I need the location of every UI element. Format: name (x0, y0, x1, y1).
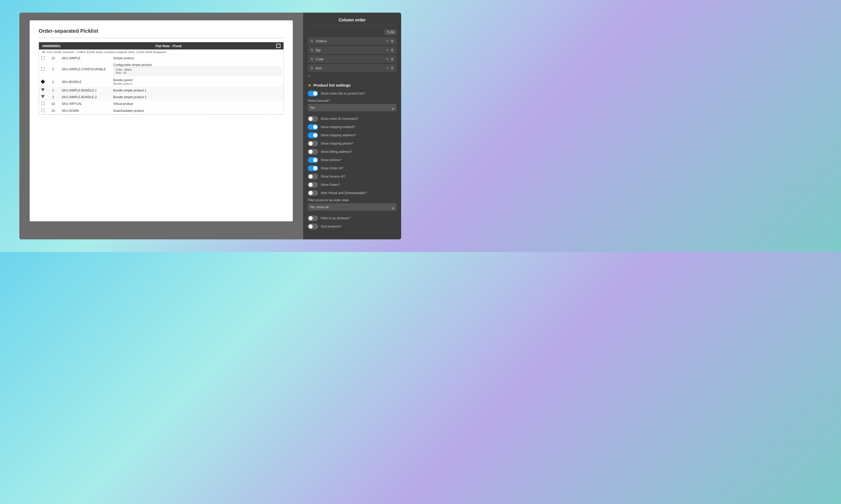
toggle-slider (308, 91, 318, 96)
filter-state-select[interactable]: No, show all (308, 203, 396, 211)
row-sku: SKU-SIMPLE (59, 55, 111, 62)
row-name: Simple product (111, 55, 284, 62)
drag-handle-icon[interactable]: ⇅ (310, 39, 313, 43)
toggle-hide-virtual[interactable] (308, 190, 318, 196)
edit-all-container: ✎ All (308, 29, 396, 35)
row-name: Downloadable product (111, 107, 284, 114)
toggle-label-shipping-phone: Show shipping phone? (321, 142, 354, 145)
delete-column-icon[interactable]: 🗑 (391, 66, 394, 70)
order-checkbox[interactable] (276, 44, 280, 48)
column-actions: ✎ 🗑 (386, 66, 394, 70)
table-row: 10 SKU-DOWN Downloadable product (39, 107, 284, 114)
toggle-slider (308, 165, 318, 171)
row-checkbox[interactable] (41, 56, 45, 59)
edit-column-icon[interactable]: ✎ (386, 39, 389, 43)
toggle-dates[interactable] (308, 182, 318, 187)
toggle-row-order-id-increment: Show order ID increment? (308, 116, 396, 122)
delete-column-icon[interactable]: 🗑 (391, 39, 394, 43)
toggle-shipping-phone[interactable] (308, 141, 318, 146)
toggle-row-sort-products: Sort products? (308, 224, 396, 229)
toggle-label-shipping-method: Show shipping method? (321, 125, 355, 129)
order-id: #000000001 (42, 44, 61, 48)
row-name: Bundle simple product 2 (111, 94, 284, 101)
toggle-sort-products[interactable] (308, 224, 318, 229)
order-shipping: Flat Rate - Fixed (156, 44, 182, 48)
toggle-shipping-address[interactable] (308, 132, 318, 138)
row-checkbox[interactable] (41, 102, 45, 105)
add-column-button[interactable]: + (308, 73, 396, 79)
toggle-slider (308, 124, 318, 130)
toggle-label-show-order-info: Show order info in product list? (321, 92, 365, 95)
toggle-row-hide-virtual: Hide Virtual and Downloadable? (308, 190, 396, 196)
column-name: Item (315, 66, 386, 70)
show-barcode-select[interactable]: No Yes (308, 104, 396, 111)
column-item-code: ⇅ Code ✎ 🗑 (308, 55, 396, 63)
toggle-row-dates: Show Dates? (308, 182, 396, 187)
toggle-row-order-id: Show Order Id? (308, 165, 396, 171)
toggle-slider (308, 157, 318, 163)
toggle-filter-attribute[interactable] (308, 215, 318, 221)
edit-column-icon[interactable]: ✎ (386, 57, 389, 61)
panel-title: Column order (308, 18, 396, 25)
drag-handle-icon[interactable]: ⇅ (310, 48, 313, 52)
row-name: Configurable simple product Color : Blac… (111, 62, 284, 77)
toggle-slider (308, 174, 318, 179)
diamond-icon (41, 79, 45, 84)
delete-column-icon[interactable]: 🗑 (391, 57, 394, 61)
toggle-slider (308, 149, 318, 155)
drag-handle-icon[interactable]: ⇅ (310, 66, 313, 70)
column-actions: ✎ 🗑 (386, 48, 394, 52)
toggle-label-order-id: Show Order Id? (321, 166, 343, 170)
document-area: Order-separated Picklist #000000001 Flat… (19, 13, 303, 239)
order-section: #000000001 Flat Rate - Fixed Mr. Kris Le… (39, 42, 284, 115)
toggle-label-hide-virtual: Hide Virtual and Downloadable? (321, 191, 366, 195)
toggle-order-id[interactable] (308, 165, 318, 171)
toggle-row-shipping-phone: Show shipping phone? (308, 141, 396, 146)
row-sku: SKU-DOWN (59, 107, 111, 114)
toggle-label-filter-attribute: Filter-in by attribute? (321, 216, 350, 220)
column-item-item: ⇅ Item ✎ 🗑 (308, 64, 396, 72)
row-sku: SKU-VIRTUAL (59, 101, 111, 107)
toggle-label-dates: Show Dates? (321, 183, 340, 186)
toggle-slider (308, 141, 318, 146)
filter-select-wrapper: No, show all (308, 203, 396, 213)
toggle-order-id-increment[interactable] (308, 116, 318, 122)
column-item-tickbox: ⇅ Tickbox ✎ 🗑 (308, 37, 396, 45)
star-icon: ★ (308, 83, 311, 88)
toggle-slider (308, 224, 318, 229)
row-qty: 10 (47, 55, 59, 62)
table-row: 2 SKU-SIMPLE-BUNDLE-2 Bundle simple prod… (39, 94, 284, 101)
document-title: Order-separated Picklist (39, 28, 284, 34)
edit-column-icon[interactable]: ✎ (386, 48, 389, 52)
row-qty: 2 (47, 94, 59, 101)
toggle-invoice-id[interactable] (308, 174, 318, 179)
edit-column-icon[interactable]: ✎ (386, 66, 389, 70)
toggle-label-tickbox: Show tickbox? (321, 158, 342, 162)
toggle-billing-address[interactable] (308, 149, 318, 155)
row-name: Virtual product (111, 101, 284, 107)
row-checkbox[interactable] (41, 109, 45, 112)
toggle-shipping-method[interactable] (308, 124, 318, 130)
product-list-settings-header: ★ Product list settings (308, 83, 396, 88)
drag-handle-icon[interactable]: ⇅ (310, 57, 313, 61)
toggle-row-filter-attribute: Filter-in by attribute? (308, 215, 396, 221)
column-name: Qty (315, 48, 386, 52)
column-list: ⇅ Tickbox ✎ 🗑 ⇅ Qty ✎ 🗑 ⇅ Code ✎ (308, 37, 396, 72)
toggle-tickbox[interactable] (308, 157, 318, 163)
product-list-settings-title: Product list settings (313, 83, 350, 87)
toggle-label-billing-address: Show billing address? (321, 150, 352, 154)
delete-column-icon[interactable]: 🗑 (391, 48, 394, 52)
row-sku: SKU-BUNDLE (59, 77, 111, 87)
row-checkbox[interactable] (41, 67, 45, 71)
toggle-row-shipping-method: Show shipping method? (308, 124, 396, 130)
column-actions: ✎ 🗑 (386, 57, 394, 61)
row-sku: SKU-SIMPLE-BUNDLE-1 (59, 87, 111, 94)
row-name: Bundle parent Bundle options: (111, 77, 284, 87)
row-qty: 10 (47, 107, 59, 114)
toggle-show-order-info[interactable] (308, 91, 318, 96)
row-sku: SKU-SIMPLE-CONFIGURABLE (59, 62, 111, 77)
edit-all-button[interactable]: ✎ All (385, 29, 396, 35)
show-barcode-label: Show barcode? (308, 99, 396, 103)
configurable-options: Color : BlackSize : XL (113, 67, 281, 75)
toggle-row-shipping-address: Show shipping address? (308, 132, 396, 138)
